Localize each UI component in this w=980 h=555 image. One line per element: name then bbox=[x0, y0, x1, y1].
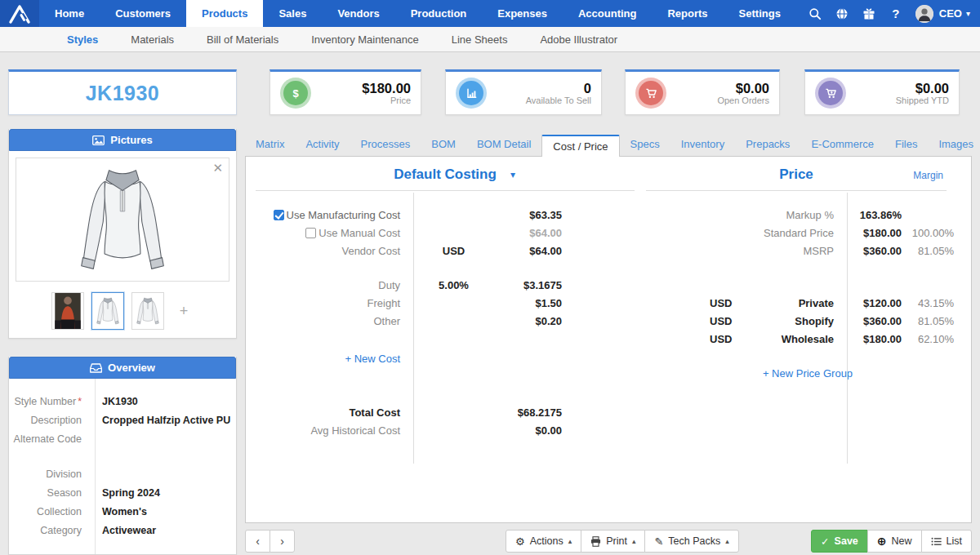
season-value[interactable]: Spring 2024 bbox=[88, 487, 160, 499]
msrp-row: MSRP $360.00 81.05% bbox=[644, 242, 971, 260]
cost-row-freight: Freight $1.50 bbox=[246, 294, 644, 312]
msrp-percent: 81.05% bbox=[902, 245, 954, 257]
subnav-item-inventory-maintenance[interactable]: Inventory Maintenance bbox=[295, 33, 435, 46]
stat-card-open-orders[interactable]: $0.00Open Orders bbox=[625, 69, 780, 115]
tab-bom[interactable]: BOM bbox=[421, 133, 466, 156]
tab-prepacks[interactable]: Prepacks bbox=[735, 133, 800, 156]
private-price-percent: 43.15% bbox=[902, 297, 954, 309]
tab-bom-detail[interactable]: BOM Detail bbox=[466, 133, 541, 156]
costing-title[interactable]: Default Costing bbox=[394, 166, 497, 182]
user-menu[interactable]: CEO bbox=[939, 7, 962, 20]
new-cost-link[interactable]: + New Cost bbox=[345, 353, 400, 365]
overview-body: Style Number* JK1930 Description Cropped… bbox=[9, 379, 236, 554]
gift-icon[interactable] bbox=[862, 7, 876, 21]
use-manual-cost-checkbox[interactable] bbox=[305, 228, 316, 238]
collection-value[interactable]: Women's bbox=[88, 506, 147, 517]
subnav-item-materials[interactable]: Materials bbox=[114, 33, 190, 46]
overview-panel-title: Overview bbox=[108, 362, 155, 374]
save-button[interactable]: ✓ Save bbox=[811, 530, 868, 553]
description-value[interactable]: Cropped Halfzip Active PU bbox=[88, 415, 230, 426]
tab-activity[interactable]: Activity bbox=[295, 133, 350, 156]
app-logo[interactable] bbox=[0, 0, 39, 27]
gear-icon: ⚙ bbox=[515, 535, 525, 548]
price-stat-label: Price bbox=[311, 95, 411, 105]
tab-cost-price[interactable]: Cost / Price bbox=[541, 135, 619, 157]
tab-inventory[interactable]: Inventory bbox=[670, 133, 735, 156]
inbox-icon bbox=[90, 363, 102, 373]
nav-item-settings[interactable]: Settings bbox=[724, 0, 796, 27]
nav-item-production[interactable]: Production bbox=[395, 0, 483, 27]
use-manufacturing-cost-checkbox[interactable] bbox=[274, 210, 284, 220]
list-button[interactable]: List bbox=[921, 530, 972, 553]
search-icon[interactable] bbox=[808, 7, 822, 21]
subnav-item-line-sheets[interactable]: Line Sheets bbox=[435, 33, 524, 46]
nav-item-reports[interactable]: Reports bbox=[652, 0, 723, 27]
thumbnail-flat-back[interactable] bbox=[131, 292, 164, 330]
subnav-item-bill-of-materials[interactable]: Bill of Materials bbox=[190, 33, 295, 46]
category-value[interactable]: Activewear bbox=[88, 525, 156, 536]
cost-row-manual: Use Manual Cost $64.00 bbox=[246, 224, 644, 242]
main-nav: Home Customers Products Sales Vendors Pr… bbox=[39, 0, 808, 27]
actions-button-group: ⚙ Actions ▴ Print ▴ ✎ Tech Packs ▴ bbox=[506, 530, 739, 553]
tab-specs[interactable]: Specs bbox=[620, 133, 670, 156]
costing-rows: Use Manufacturing Cost $63.35 Use Manual… bbox=[246, 191, 644, 439]
price-stat-value: $180.00 bbox=[311, 81, 411, 96]
nav-item-products[interactable]: Products bbox=[186, 0, 263, 27]
nav-item-accounting[interactable]: Accounting bbox=[563, 0, 653, 27]
globe-icon[interactable] bbox=[835, 7, 849, 21]
tab-ecommerce[interactable]: E-Commerce bbox=[800, 133, 884, 156]
tab-images[interactable]: Images bbox=[928, 133, 980, 156]
standard-price-value[interactable]: $180.00 bbox=[844, 227, 902, 239]
overview-row-description: Description Cropped Halfzip Active PU bbox=[9, 411, 236, 429]
add-picture-icon[interactable]: + bbox=[172, 303, 196, 320]
top-navbar: Home Customers Products Sales Vendors Pr… bbox=[0, 0, 980, 27]
vendor-cost-value[interactable]: $64.00 bbox=[492, 245, 562, 257]
duty-percent[interactable]: 5.00% bbox=[415, 279, 492, 291]
pictures-body: ✕ + bbox=[9, 151, 236, 339]
remove-picture-icon[interactable]: ✕ bbox=[212, 162, 223, 174]
shipped-ytd-stat-label: Shipped YTD bbox=[846, 95, 949, 105]
open-orders-stat-value: $0.00 bbox=[666, 81, 769, 96]
overview-panel: Overview Style Number* JK1930 Descriptio… bbox=[8, 357, 237, 555]
print-button[interactable]: Print ▴ bbox=[581, 530, 645, 553]
costing-dropdown-icon[interactable]: ▾ bbox=[510, 169, 515, 180]
margin-link[interactable]: Margin bbox=[913, 170, 943, 181]
stat-card-available-to-sell[interactable]: 0Available To Sell bbox=[445, 69, 602, 115]
wholesale-price-value[interactable]: $180.00 bbox=[844, 333, 902, 345]
standard-price-percent: 100.00% bbox=[902, 227, 954, 239]
nav-item-sales[interactable]: Sales bbox=[263, 0, 322, 27]
help-icon[interactable]: ? bbox=[889, 7, 903, 21]
stat-card-price[interactable]: $ $180.00Price bbox=[270, 69, 421, 115]
stat-cards: $ $180.00Price 0Available To Sell $0.00O… bbox=[245, 69, 972, 115]
shopify-price-value[interactable]: $360.00 bbox=[844, 315, 902, 327]
stat-card-shipped-ytd[interactable]: $0.00Shipped YTD bbox=[804, 69, 960, 115]
tab-files[interactable]: Files bbox=[884, 133, 928, 156]
msrp-value[interactable]: $360.00 bbox=[844, 245, 902, 257]
tech-packs-button[interactable]: ✎ Tech Packs ▴ bbox=[644, 530, 738, 553]
wholesale-price-percent: 62.10% bbox=[902, 333, 954, 345]
avg-historical-cost-row: Avg Historical Cost $0.00 bbox=[246, 421, 644, 439]
nav-item-expenses[interactable]: Expenses bbox=[482, 0, 563, 27]
style-number-value[interactable]: JK1930 bbox=[88, 396, 138, 407]
thumbnail-flat-front[interactable] bbox=[91, 292, 124, 330]
new-price-group-link[interactable]: + New Price Group bbox=[763, 367, 853, 380]
subnav-item-styles[interactable]: Styles bbox=[51, 33, 114, 46]
markup-value: 163.86% bbox=[844, 209, 902, 221]
previous-record-button[interactable]: ‹ bbox=[245, 530, 270, 553]
new-button[interactable]: ⊕ New bbox=[867, 530, 922, 553]
nav-item-vendors[interactable]: Vendors bbox=[322, 0, 394, 27]
tab-matrix[interactable]: Matrix bbox=[245, 133, 295, 156]
user-caret-icon[interactable]: ▾ bbox=[966, 9, 970, 18]
next-record-button[interactable]: › bbox=[270, 530, 295, 553]
other-value[interactable]: $0.20 bbox=[492, 315, 562, 327]
overview-spacer bbox=[9, 448, 236, 464]
nav-item-home[interactable]: Home bbox=[39, 0, 100, 27]
private-price-value[interactable]: $120.00 bbox=[844, 297, 902, 309]
freight-value[interactable]: $1.50 bbox=[492, 297, 562, 309]
actions-button[interactable]: ⚙ Actions ▴ bbox=[506, 530, 581, 553]
subnav-item-adobe-illustrator[interactable]: Adobe Illustrator bbox=[523, 33, 634, 46]
nav-item-customers[interactable]: Customers bbox=[100, 0, 186, 27]
thumbnail-photo[interactable] bbox=[51, 292, 84, 330]
tab-processes[interactable]: Processes bbox=[350, 133, 421, 156]
user-avatar[interactable] bbox=[915, 5, 933, 23]
